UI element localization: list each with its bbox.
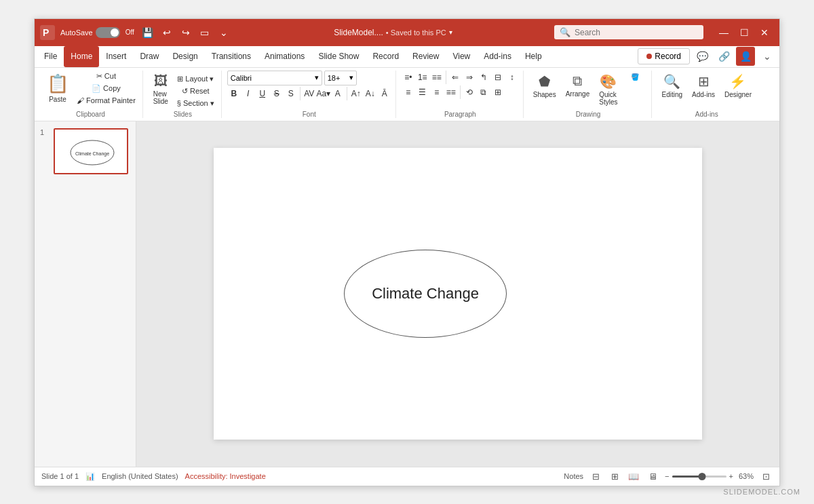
slide-info-icon[interactable]: 📊: [85, 472, 95, 481]
presenter-view-button[interactable]: 🖥: [646, 469, 659, 483]
slide-preview-1[interactable]: Climate Change: [54, 128, 128, 174]
reading-view-button[interactable]: 📖: [627, 469, 640, 483]
quick-styles-button[interactable]: 🎨 QuickStyles: [595, 71, 621, 109]
fit-slide-button[interactable]: ⊡: [759, 469, 773, 483]
share-icon[interactable]: 🔗: [714, 47, 733, 66]
zoom-percent[interactable]: 63%: [739, 472, 754, 480]
undo-icon[interactable]: ↩: [159, 24, 175, 41]
font-family-selector[interactable]: Calibri ▾: [227, 71, 322, 85]
zoom-out-icon[interactable]: −: [665, 472, 669, 480]
bullets-button[interactable]: ≡•: [402, 71, 415, 84]
ellipse-shape[interactable]: Climate Change: [344, 250, 507, 338]
increase-indent-button[interactable]: ⇒: [463, 71, 476, 84]
text-direction-button[interactable]: ⟲: [463, 85, 476, 99]
addins-button[interactable]: ⊞ Add-ins: [688, 71, 719, 101]
slide-info: Slide 1 of 1: [41, 472, 79, 480]
menu-bar: File Home Insert Draw Design Transitions…: [35, 46, 779, 68]
underline-button[interactable]: U: [256, 87, 269, 100]
layout-button[interactable]: ⊞ Layout ▾: [174, 73, 217, 85]
multilevel-list-button[interactable]: ≡≡: [430, 71, 444, 84]
char-spacing-button[interactable]: AV: [303, 87, 316, 100]
smart-art-button[interactable]: ⧉: [477, 85, 490, 99]
bold-button[interactable]: B: [227, 87, 241, 100]
italic-button[interactable]: I: [241, 87, 255, 100]
new-slide-button[interactable]: 🖼 NewSlide: [149, 71, 173, 108]
copy-button[interactable]: 📄 Copy: [74, 83, 138, 94]
reset-button[interactable]: ↺ Reset: [174, 85, 217, 97]
toggle-state-label: Off: [125, 28, 134, 36]
menu-animations[interactable]: Animations: [258, 46, 311, 67]
ribbon-collapse-icon[interactable]: ⌄: [758, 47, 777, 66]
accessibility-label[interactable]: Accessibility: Investigate: [185, 472, 266, 480]
numbering-button[interactable]: 1≡: [416, 71, 429, 84]
redo-icon[interactable]: ↪: [178, 24, 194, 41]
menu-record[interactable]: Record: [366, 46, 406, 67]
cut-button[interactable]: ✂ Cut: [74, 71, 138, 82]
customize-icon[interactable]: ▭: [197, 24, 213, 41]
arrange-label: Arrange: [566, 90, 590, 98]
menu-file[interactable]: File: [37, 46, 64, 67]
font-size-selector[interactable]: 18+ ▾: [324, 71, 357, 85]
zoom-track[interactable]: [672, 476, 726, 478]
slide-canvas[interactable]: Climate Change: [214, 148, 702, 440]
save-icon[interactable]: 💾: [140, 24, 156, 41]
normal-view-button[interactable]: ⊟: [589, 469, 602, 483]
shapes-button[interactable]: ⬟ Shapes: [529, 71, 560, 101]
menu-addins[interactable]: Add-ins: [477, 46, 518, 67]
more-icon[interactable]: ⌄: [216, 24, 232, 41]
section-button[interactable]: § Section ▾: [174, 98, 217, 109]
menu-home[interactable]: Home: [64, 46, 99, 67]
change-case-button[interactable]: Aa▾: [317, 87, 330, 100]
slide-thumbnail-1[interactable]: 1 Climate Change: [40, 128, 130, 174]
convert-to-smartart-button[interactable]: ⊞: [491, 85, 505, 99]
slide-number-1: 1: [40, 128, 50, 136]
decrease-indent-button[interactable]: ⇐: [448, 71, 462, 84]
menu-help[interactable]: Help: [518, 46, 549, 67]
font-color-button[interactable]: A: [331, 87, 345, 100]
minimize-button[interactable]: —: [714, 23, 733, 42]
slides-panel: 1 Climate Change: [35, 121, 136, 467]
maximize-button[interactable]: ☐: [735, 23, 754, 42]
columns-button[interactable]: ⊟: [491, 71, 505, 84]
comments-icon[interactable]: 💬: [693, 47, 712, 66]
slide-sorter-button[interactable]: ⊞: [608, 469, 621, 483]
designer-button[interactable]: ⚡ Designer: [720, 71, 756, 101]
ribbon-group-clipboard: 📋 Paste ✂ Cut 📄 Copy 🖌 Format Painter Cl…: [39, 71, 143, 118]
editing-button[interactable]: 🔍 Editing: [657, 71, 686, 101]
autosave-toggle[interactable]: [96, 27, 120, 38]
zoom-slider[interactable]: − +: [665, 472, 733, 480]
align-center-button[interactable]: ☰: [416, 85, 429, 99]
menu-design[interactable]: Design: [166, 46, 204, 67]
decrease-font-button[interactable]: A↓: [364, 87, 377, 100]
line-spacing-button[interactable]: ↕: [505, 71, 519, 84]
justify-button[interactable]: ≡≡: [444, 85, 458, 99]
menu-transitions[interactable]: Transitions: [205, 46, 258, 67]
menu-review[interactable]: Review: [406, 46, 446, 67]
paragraph-group-label: Paragraph: [444, 109, 476, 118]
align-left-button[interactable]: ≡: [402, 85, 415, 99]
align-right-button[interactable]: ≡: [430, 85, 444, 99]
record-button[interactable]: Record: [638, 48, 690, 64]
user-icon[interactable]: 👤: [736, 47, 755, 66]
fill-color-button[interactable]: 🪣: [623, 71, 647, 83]
shadow-button[interactable]: S: [284, 87, 298, 100]
menu-view[interactable]: View: [446, 46, 477, 67]
strikethrough-button[interactable]: S: [270, 87, 284, 100]
rtl-button[interactable]: ↰: [477, 71, 490, 84]
format-painter-button[interactable]: 🖌 Format Painter: [74, 95, 138, 106]
paste-button[interactable]: 📋 Paste: [43, 71, 73, 106]
zoom-in-icon[interactable]: +: [729, 472, 733, 480]
menu-insert[interactable]: Insert: [99, 46, 133, 67]
search-input[interactable]: [575, 28, 690, 37]
notes-button[interactable]: Notes: [564, 472, 583, 480]
addins-label: Add-ins: [692, 91, 715, 98]
search-bar[interactable]: 🔍: [554, 25, 703, 39]
close-button[interactable]: ✕: [755, 23, 774, 42]
zoom-thumb[interactable]: [698, 473, 705, 480]
arrange-button[interactable]: ⧉ Arrange: [562, 71, 594, 100]
increase-font-button[interactable]: A↑: [349, 87, 363, 100]
menu-draw[interactable]: Draw: [133, 46, 166, 67]
dropdown-arrow-icon[interactable]: ▾: [449, 28, 452, 36]
clear-format-button[interactable]: Ā: [378, 87, 391, 100]
menu-slideshow[interactable]: Slide Show: [311, 46, 366, 67]
